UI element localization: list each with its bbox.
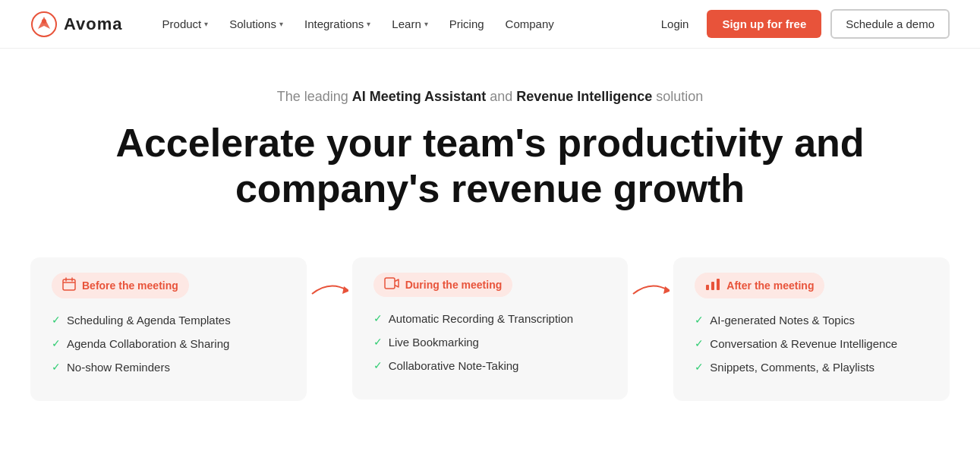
check-icon: ✓ <box>373 335 383 350</box>
svg-rect-2 <box>63 279 75 290</box>
list-item: ✓Scheduling & Agenda Templates <box>52 312 285 328</box>
check-icon: ✓ <box>695 313 704 328</box>
chevron-down-icon: ▾ <box>279 20 283 28</box>
chevron-down-icon: ▾ <box>367 20 370 28</box>
svg-point-1 <box>42 19 46 24</box>
feature-list-after: ✓AI-generated Notes & Topics ✓Conversati… <box>695 312 928 375</box>
list-item: ✓Live Bookmarking <box>373 334 607 350</box>
check-icon: ✓ <box>52 313 61 328</box>
chevron-down-icon: ▾ <box>204 20 208 28</box>
arrow-icon <box>310 279 348 301</box>
hero-subtitle: The leading AI Meeting Assistant and Rev… <box>30 87 950 107</box>
svg-rect-9 <box>706 285 709 290</box>
nav-actions: Login Sign up for free Schedule a demo <box>652 9 950 39</box>
nav-item-integrations[interactable]: Integrations ▾ <box>295 11 380 36</box>
list-item: ✓No-show Reminders <box>52 359 285 375</box>
feature-card-after: After the meeting ✓AI-generated Notes & … <box>673 257 950 401</box>
calendar-icon <box>62 277 76 294</box>
demo-button[interactable]: Schedule a demo <box>830 9 950 39</box>
nav-item-product[interactable]: Product ▾ <box>153 11 218 36</box>
chart-icon <box>705 277 720 294</box>
signup-button[interactable]: Sign up for free <box>707 10 821 38</box>
feature-card-before: Before the meeting ✓Scheduling & Agenda … <box>30 257 307 401</box>
arrow-during-after <box>628 257 673 301</box>
check-icon: ✓ <box>52 360 61 375</box>
hero-section: The leading AI Meeting Assistant and Rev… <box>0 49 980 257</box>
check-icon: ✓ <box>373 311 383 327</box>
check-icon: ✓ <box>695 360 704 375</box>
hero-title: Accelerate your team's productivity and … <box>30 121 950 212</box>
feature-card-during: During the meeting ✓Automatic Recording … <box>352 257 629 399</box>
arrow-icon <box>632 279 670 301</box>
feature-list-before: ✓Scheduling & Agenda Templates ✓Agenda C… <box>52 312 285 375</box>
check-icon: ✓ <box>52 336 61 352</box>
list-item: ✓AI-generated Notes & Topics <box>695 312 928 328</box>
logo[interactable]: Avoma <box>30 11 123 38</box>
feature-badge-during: During the meeting <box>373 273 513 297</box>
arrow-before-during <box>307 257 352 301</box>
svg-rect-7 <box>385 278 395 289</box>
svg-rect-10 <box>711 282 714 290</box>
navbar: Avoma Product ▾ Solutions ▾ Integrations… <box>0 0 980 49</box>
list-item: ✓Snippets, Comments, & Playlists <box>695 359 928 375</box>
features-section: Before the meeting ✓Scheduling & Agenda … <box>0 257 980 401</box>
nav-item-pricing[interactable]: Pricing <box>440 11 493 36</box>
feature-badge-after: After the meeting <box>695 273 824 298</box>
nav-links: Product ▾ Solutions ▾ Integrations ▾ Lea… <box>153 11 652 36</box>
check-icon: ✓ <box>373 358 383 374</box>
list-item: ✓Conversation & Revenue Intelligence <box>695 336 928 352</box>
logo-text: Avoma <box>64 14 123 34</box>
svg-marker-6 <box>342 286 348 294</box>
svg-rect-11 <box>717 279 720 290</box>
nav-item-company[interactable]: Company <box>496 11 563 36</box>
feature-badge-before: Before the meeting <box>52 273 189 298</box>
chevron-down-icon: ▾ <box>424 20 428 28</box>
login-button[interactable]: Login <box>652 11 698 36</box>
list-item: ✓Agenda Collaboration & Sharing <box>52 336 285 352</box>
svg-marker-8 <box>663 286 670 294</box>
nav-item-learn[interactable]: Learn ▾ <box>383 11 436 36</box>
check-icon: ✓ <box>695 336 704 352</box>
video-icon <box>384 277 399 292</box>
feature-list-during: ✓Automatic Recording & Transcription ✓Li… <box>373 311 607 374</box>
list-item: ✓Collaborative Note-Taking <box>373 358 607 374</box>
nav-item-solutions[interactable]: Solutions ▾ <box>220 11 292 36</box>
logo-icon <box>30 11 58 38</box>
list-item: ✓Automatic Recording & Transcription <box>373 311 607 327</box>
